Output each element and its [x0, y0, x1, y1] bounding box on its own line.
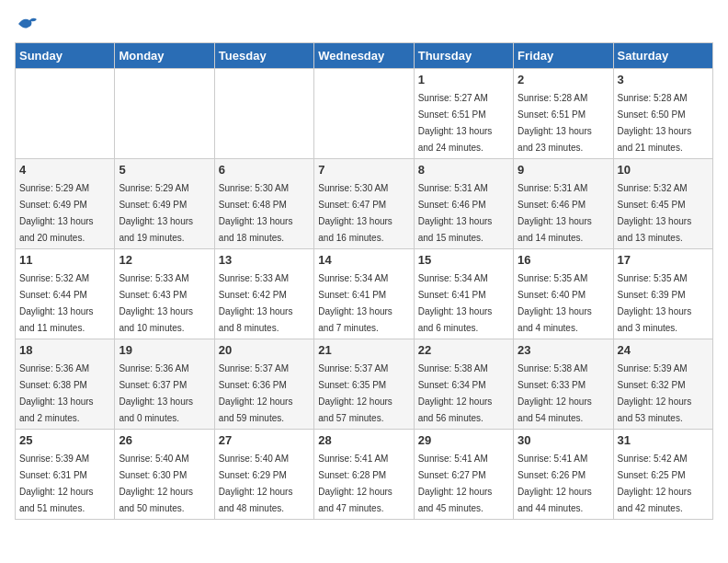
page-header — [15, 15, 713, 33]
calendar-cell: 4Sunrise: 5:29 AM Sunset: 6:49 PM Daylig… — [16, 159, 115, 249]
calendar-cell: 28Sunrise: 5:41 AM Sunset: 6:28 PM Dayli… — [314, 430, 414, 520]
day-number: 14 — [318, 253, 409, 267]
day-number: 5 — [119, 163, 210, 177]
day-number: 19 — [119, 343, 210, 357]
day-info: Sunrise: 5:31 AM Sunset: 6:46 PM Dayligh… — [418, 183, 493, 243]
calendar-cell: 29Sunrise: 5:41 AM Sunset: 6:27 PM Dayli… — [414, 430, 513, 520]
calendar-cell: 26Sunrise: 5:40 AM Sunset: 6:30 PM Dayli… — [115, 430, 214, 520]
calendar-cell: 21Sunrise: 5:37 AM Sunset: 6:35 PM Dayli… — [314, 339, 414, 430]
day-number: 15 — [418, 253, 509, 267]
calendar-table: SundayMondayTuesdayWednesdayThursdayFrid… — [15, 42, 713, 520]
day-info: Sunrise: 5:30 AM Sunset: 6:47 PM Dayligh… — [318, 183, 392, 243]
calendar-cell: 2Sunrise: 5:28 AM Sunset: 6:51 PM Daylig… — [514, 69, 613, 159]
day-number: 21 — [318, 343, 409, 357]
day-info: Sunrise: 5:41 AM Sunset: 6:27 PM Dayligh… — [418, 454, 493, 513]
calendar-week-row: 18Sunrise: 5:36 AM Sunset: 6:38 PM Dayli… — [16, 339, 713, 430]
day-info: Sunrise: 5:41 AM Sunset: 6:26 PM Dayligh… — [518, 454, 592, 513]
day-info: Sunrise: 5:37 AM Sunset: 6:35 PM Dayligh… — [318, 363, 392, 423]
day-number: 6 — [219, 163, 310, 177]
day-info: Sunrise: 5:32 AM Sunset: 6:45 PM Dayligh… — [618, 183, 692, 243]
day-number: 20 — [219, 343, 310, 357]
calendar-cell: 17Sunrise: 5:35 AM Sunset: 6:39 PM Dayli… — [613, 249, 712, 339]
calendar-cell — [16, 69, 115, 159]
calendar-cell: 24Sunrise: 5:39 AM Sunset: 6:32 PM Dayli… — [613, 339, 712, 430]
day-info: Sunrise: 5:40 AM Sunset: 6:30 PM Dayligh… — [119, 454, 193, 513]
weekday-header-thursday: Thursday — [414, 43, 513, 69]
day-number: 24 — [618, 343, 709, 357]
calendar-cell: 14Sunrise: 5:34 AM Sunset: 6:41 PM Dayli… — [314, 249, 414, 339]
calendar-week-row: 11Sunrise: 5:32 AM Sunset: 6:44 PM Dayli… — [16, 249, 713, 339]
day-info: Sunrise: 5:27 AM Sunset: 6:51 PM Dayligh… — [418, 93, 493, 153]
calendar-cell: 23Sunrise: 5:38 AM Sunset: 6:33 PM Dayli… — [514, 339, 613, 430]
calendar-cell: 31Sunrise: 5:42 AM Sunset: 6:25 PM Dayli… — [613, 430, 712, 520]
day-number: 31 — [618, 433, 709, 447]
day-info: Sunrise: 5:36 AM Sunset: 6:37 PM Dayligh… — [119, 363, 193, 423]
weekday-header-friday: Friday — [514, 43, 613, 69]
day-number: 29 — [418, 433, 509, 447]
calendar-cell — [314, 69, 414, 159]
day-number: 13 — [219, 253, 310, 267]
weekday-header-sunday: Sunday — [16, 43, 115, 69]
calendar-cell: 15Sunrise: 5:34 AM Sunset: 6:41 PM Dayli… — [414, 249, 513, 339]
calendar-cell: 22Sunrise: 5:38 AM Sunset: 6:34 PM Dayli… — [414, 339, 513, 430]
calendar-cell: 19Sunrise: 5:36 AM Sunset: 6:37 PM Dayli… — [115, 339, 214, 430]
day-info: Sunrise: 5:40 AM Sunset: 6:29 PM Dayligh… — [219, 454, 293, 513]
day-number: 4 — [19, 163, 110, 177]
calendar-cell: 30Sunrise: 5:41 AM Sunset: 6:26 PM Dayli… — [514, 430, 613, 520]
day-number: 1 — [418, 73, 509, 86]
calendar-cell: 13Sunrise: 5:33 AM Sunset: 6:42 PM Dayli… — [214, 249, 313, 339]
calendar-cell: 5Sunrise: 5:29 AM Sunset: 6:49 PM Daylig… — [115, 159, 214, 249]
day-info: Sunrise: 5:37 AM Sunset: 6:36 PM Dayligh… — [219, 363, 293, 423]
calendar-cell — [115, 69, 214, 159]
day-info: Sunrise: 5:38 AM Sunset: 6:33 PM Dayligh… — [518, 363, 592, 423]
day-number: 26 — [119, 433, 210, 447]
day-number: 30 — [518, 433, 609, 447]
calendar-cell: 10Sunrise: 5:32 AM Sunset: 6:45 PM Dayli… — [613, 159, 712, 249]
day-info: Sunrise: 5:35 AM Sunset: 6:39 PM Dayligh… — [618, 273, 692, 333]
day-info: Sunrise: 5:35 AM Sunset: 6:40 PM Dayligh… — [518, 273, 592, 333]
day-number: 7 — [318, 163, 409, 177]
day-number: 25 — [19, 433, 110, 447]
calendar-cell: 25Sunrise: 5:39 AM Sunset: 6:31 PM Dayli… — [16, 430, 115, 520]
day-info: Sunrise: 5:39 AM Sunset: 6:32 PM Dayligh… — [618, 363, 692, 423]
logo-bird-icon — [17, 15, 39, 33]
day-number: 23 — [518, 343, 609, 357]
calendar-cell: 9Sunrise: 5:31 AM Sunset: 6:46 PM Daylig… — [514, 159, 613, 249]
day-info: Sunrise: 5:28 AM Sunset: 6:51 PM Dayligh… — [518, 93, 592, 153]
day-info: Sunrise: 5:39 AM Sunset: 6:31 PM Dayligh… — [19, 454, 94, 513]
calendar-cell: 16Sunrise: 5:35 AM Sunset: 6:40 PM Dayli… — [514, 249, 613, 339]
day-info: Sunrise: 5:41 AM Sunset: 6:28 PM Dayligh… — [318, 454, 392, 513]
day-number: 10 — [618, 163, 709, 177]
calendar-cell: 20Sunrise: 5:37 AM Sunset: 6:36 PM Dayli… — [214, 339, 313, 430]
calendar-cell — [214, 69, 313, 159]
day-info: Sunrise: 5:31 AM Sunset: 6:46 PM Dayligh… — [518, 183, 592, 243]
weekday-header-tuesday: Tuesday — [214, 43, 313, 69]
calendar-week-row: 1Sunrise: 5:27 AM Sunset: 6:51 PM Daylig… — [16, 69, 713, 159]
day-number: 9 — [518, 163, 609, 177]
day-info: Sunrise: 5:32 AM Sunset: 6:44 PM Dayligh… — [19, 273, 94, 333]
day-number: 17 — [618, 253, 709, 267]
day-number: 2 — [518, 73, 609, 86]
calendar-cell: 6Sunrise: 5:30 AM Sunset: 6:48 PM Daylig… — [214, 159, 313, 249]
weekday-header-saturday: Saturday — [613, 43, 712, 69]
day-info: Sunrise: 5:28 AM Sunset: 6:50 PM Dayligh… — [618, 93, 692, 153]
day-info: Sunrise: 5:33 AM Sunset: 6:42 PM Dayligh… — [219, 273, 293, 333]
day-info: Sunrise: 5:33 AM Sunset: 6:43 PM Dayligh… — [119, 273, 193, 333]
day-number: 8 — [418, 163, 509, 177]
calendar-cell: 12Sunrise: 5:33 AM Sunset: 6:43 PM Dayli… — [115, 249, 214, 339]
day-number: 12 — [119, 253, 210, 267]
calendar-cell: 7Sunrise: 5:30 AM Sunset: 6:47 PM Daylig… — [314, 159, 414, 249]
day-info: Sunrise: 5:29 AM Sunset: 6:49 PM Dayligh… — [19, 183, 94, 243]
day-info: Sunrise: 5:34 AM Sunset: 6:41 PM Dayligh… — [318, 273, 392, 333]
day-info: Sunrise: 5:34 AM Sunset: 6:41 PM Dayligh… — [418, 273, 493, 333]
calendar-cell: 11Sunrise: 5:32 AM Sunset: 6:44 PM Dayli… — [16, 249, 115, 339]
calendar-week-row: 25Sunrise: 5:39 AM Sunset: 6:31 PM Dayli… — [16, 430, 713, 520]
logo — [15, 15, 39, 33]
calendar-cell: 3Sunrise: 5:28 AM Sunset: 6:50 PM Daylig… — [613, 69, 712, 159]
weekday-header-monday: Monday — [115, 43, 214, 69]
day-info: Sunrise: 5:36 AM Sunset: 6:38 PM Dayligh… — [19, 363, 94, 423]
day-number: 11 — [19, 253, 110, 267]
day-number: 28 — [318, 433, 409, 447]
calendar-week-row: 4Sunrise: 5:29 AM Sunset: 6:49 PM Daylig… — [16, 159, 713, 249]
day-info: Sunrise: 5:42 AM Sunset: 6:25 PM Dayligh… — [618, 454, 692, 513]
